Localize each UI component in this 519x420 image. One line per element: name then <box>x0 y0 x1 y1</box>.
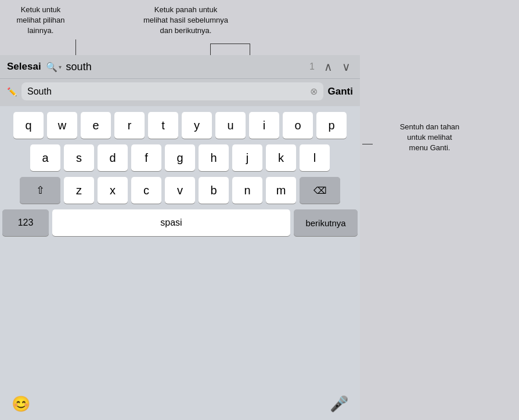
replace-input-wrap: ⊗ <box>21 82 323 100</box>
key-i[interactable]: i <box>249 112 279 139</box>
search-icon-wrap: 🔍 ▾ <box>46 61 62 73</box>
key-s[interactable]: s <box>64 144 94 171</box>
key-e[interactable]: e <box>81 112 111 139</box>
keyboard: q w e r t y u i o p a s d f g h j k l ⇧ … <box>0 106 360 390</box>
microphone-button[interactable]: 🎤 <box>330 395 348 413</box>
callout-right: Sentuh dan tahanuntuk melihatmenu Ganti. <box>372 122 488 154</box>
key-b[interactable]: b <box>199 177 229 204</box>
key-n[interactable]: n <box>232 177 262 204</box>
key-m[interactable]: m <box>266 177 296 204</box>
callout-line-right <box>362 144 373 144</box>
search-input[interactable] <box>66 61 305 73</box>
search-chevron-icon: ▾ <box>59 64 62 70</box>
pencil-icon: ✏️ <box>7 87 17 96</box>
callout-top: Ketuk panah untukmelihat hasil sebelumny… <box>128 5 244 37</box>
next-key[interactable]: berikutnya <box>294 209 358 236</box>
replace-button[interactable]: Ganti <box>328 86 353 97</box>
key-x[interactable]: x <box>98 177 128 204</box>
key-v[interactable]: v <box>165 177 195 204</box>
key-f[interactable]: f <box>131 144 161 171</box>
key-d[interactable]: d <box>98 144 128 171</box>
replace-input[interactable] <box>27 86 307 97</box>
key-t[interactable]: t <box>148 112 178 139</box>
search-icon: 🔍 <box>46 61 57 73</box>
key-q[interactable]: q <box>13 112 44 139</box>
key-h[interactable]: h <box>199 144 229 171</box>
search-bar: Selesai 🔍 ▾ 1 ∧ ∨ <box>0 55 360 79</box>
key-w[interactable]: w <box>47 112 77 139</box>
key-p[interactable]: p <box>316 112 347 139</box>
next-button[interactable]: ∨ <box>340 60 353 74</box>
key-a[interactable]: a <box>30 144 60 171</box>
callout-left: Ketuk untukmelihat pilihanlainnya. <box>6 5 75 37</box>
keyboard-row-3: ⇧ z x c v b n m ⌫ <box>2 177 358 204</box>
emoji-button[interactable]: 😊 <box>12 395 30 413</box>
keyboard-row-2: a s d f g h j k l <box>2 144 358 171</box>
key-j[interactable]: j <box>232 144 262 171</box>
bottom-bar: 😊 🎤 <box>0 390 360 420</box>
callout-line-top-bracket <box>210 44 250 44</box>
space-key[interactable]: spasi <box>52 209 290 236</box>
keyboard-row-4: 123 spasi berikutnya <box>2 209 358 236</box>
prev-button[interactable]: ∧ <box>322 60 335 74</box>
match-count: 1 <box>309 61 315 72</box>
key-l[interactable]: l <box>300 144 330 171</box>
key-k[interactable]: k <box>266 144 296 171</box>
keyboard-row-1: q w e r t y u i o p <box>2 112 358 139</box>
clear-replace-button[interactable]: ⊗ <box>310 86 318 97</box>
key-y[interactable]: y <box>182 112 212 139</box>
key-u[interactable]: u <box>215 112 246 139</box>
main-panel: Selesai 🔍 ▾ 1 ∧ ∨ ✏️ ⊗ Ganti q w e r t y… <box>0 55 360 420</box>
numbers-key[interactable]: 123 <box>2 209 49 236</box>
key-c[interactable]: c <box>131 177 161 204</box>
callout-line-left <box>75 39 76 57</box>
key-r[interactable]: r <box>114 112 145 139</box>
key-g[interactable]: g <box>165 144 195 171</box>
delete-key[interactable]: ⌫ <box>300 177 340 204</box>
replace-row: ✏️ ⊗ Ganti <box>0 79 360 106</box>
done-button[interactable]: Selesai <box>7 61 41 73</box>
key-z[interactable]: z <box>64 177 94 204</box>
key-o[interactable]: o <box>283 112 313 139</box>
shift-key[interactable]: ⇧ <box>20 177 60 204</box>
